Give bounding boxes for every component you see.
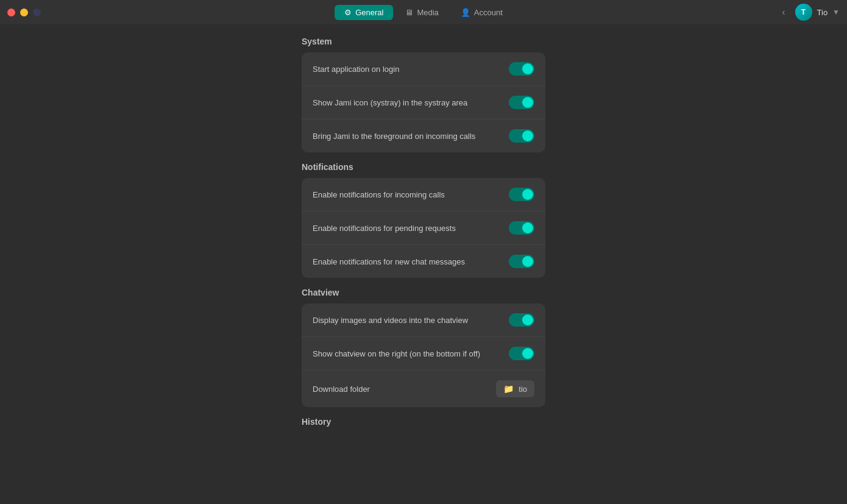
tab-general-label: General: [355, 8, 383, 17]
display-images-label: Display images and videos into the chatv…: [313, 316, 468, 325]
setting-notif-calls: Enable notifications for incoming calls: [302, 178, 545, 211]
setting-notif-chat: Enable notifications for new chat messag…: [302, 245, 545, 278]
notif-requests-toggle[interactable]: [509, 221, 534, 235]
tab-account-label: Account: [474, 8, 503, 17]
titlebar: ⚙ General 🖥 Media 👤 Account ‹ T Tio ▼: [0, 0, 847, 24]
account-icon: 👤: [461, 8, 470, 17]
section-title-notifications: Notifications: [302, 162, 545, 172]
section-title-system: System: [302, 37, 545, 46]
setting-chatview-right: Show chatview on the right (on the botto…: [302, 337, 545, 371]
tab-general[interactable]: ⚙ General: [335, 5, 393, 20]
user-info: T Tio ▼: [795, 4, 840, 21]
setting-start-on-login: Start application on login: [302, 52, 545, 86]
folder-icon: 📁: [503, 384, 514, 394]
media-icon: 🖥: [405, 8, 413, 17]
traffic-lights: [7, 9, 41, 16]
notif-requests-label: Enable notifications for pending request…: [313, 224, 456, 233]
tab-media[interactable]: 🖥 Media: [395, 5, 448, 20]
general-icon: ⚙: [344, 8, 352, 17]
notif-calls-toggle[interactable]: [509, 188, 534, 201]
download-folder-label: Download folder: [313, 385, 370, 394]
chatview-right-label: Show chatview on the right (on the botto…: [313, 349, 480, 358]
avatar: T: [795, 4, 812, 21]
dropdown-arrow-icon[interactable]: ▼: [832, 8, 840, 16]
start-on-login-toggle[interactable]: [509, 62, 534, 76]
notif-chat-label: Enable notifications for new chat messag…: [313, 257, 465, 266]
titlebar-right: ‹ T Tio ▼: [777, 4, 840, 21]
avatar-initials: T: [801, 8, 806, 16]
close-button[interactable]: [7, 9, 15, 16]
start-on-login-label: Start application on login: [313, 65, 399, 74]
download-folder-value: tio: [519, 385, 527, 394]
setting-display-images: Display images and videos into the chatv…: [302, 303, 545, 337]
system-card: Start application on login Show Jami ico…: [302, 52, 545, 152]
chatview-card: Display images and videos into the chatv…: [302, 303, 545, 407]
download-folder-button[interactable]: 📁 tio: [496, 380, 534, 397]
section-title-chatview: Chatview: [302, 288, 545, 297]
username: Tio: [817, 8, 828, 17]
setting-download-folder: Download folder 📁 tio: [302, 371, 545, 407]
notif-chat-toggle[interactable]: [509, 255, 534, 268]
chatview-right-toggle[interactable]: [509, 347, 534, 360]
settings-panel: System Start application on login Show J…: [0, 24, 847, 504]
bring-foreground-label: Bring Jami to the foreground on incoming…: [313, 132, 475, 141]
show-systray-toggle[interactable]: [509, 96, 534, 109]
main-content: System Start application on login Show J…: [0, 24, 847, 504]
setting-bring-foreground: Bring Jami to the foreground on incoming…: [302, 119, 545, 152]
titlebar-tabs: ⚙ General 🖥 Media 👤 Account: [335, 5, 512, 20]
display-images-toggle[interactable]: [509, 313, 534, 327]
notifications-card: Enable notifications for incoming calls …: [302, 178, 545, 278]
bring-foreground-toggle[interactable]: [509, 129, 534, 143]
back-button[interactable]: ‹: [777, 4, 790, 20]
settings-inner: System Start application on login Show J…: [302, 37, 545, 433]
tab-account[interactable]: 👤 Account: [451, 5, 512, 20]
setting-notif-requests: Enable notifications for pending request…: [302, 211, 545, 245]
notif-calls-label: Enable notifications for incoming calls: [313, 190, 445, 199]
maximize-button[interactable]: [33, 9, 41, 16]
tab-media-label: Media: [417, 8, 438, 17]
section-title-history: History: [302, 417, 545, 427]
setting-show-systray: Show Jami icon (systray) in the systray …: [302, 86, 545, 119]
minimize-button[interactable]: [20, 9, 28, 16]
show-systray-label: Show Jami icon (systray) in the systray …: [313, 98, 467, 107]
